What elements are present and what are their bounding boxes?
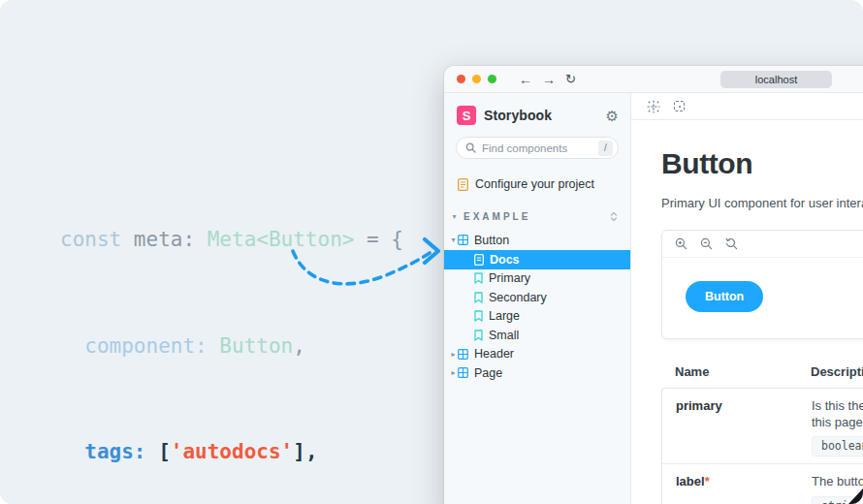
page-canvas: const meta: Meta<Button> = { component: … xyxy=(0,0,863,504)
storybook-logo: S xyxy=(457,106,476,125)
search-input[interactable]: Find components / xyxy=(456,137,619,159)
preview-body: Button xyxy=(662,258,863,338)
story-preview-card: Button xyxy=(661,230,863,339)
zoom-in-icon[interactable] xyxy=(675,237,687,250)
maximize-window-button[interactable] xyxy=(488,75,496,83)
search-icon xyxy=(465,142,476,153)
tree-item-label: Header xyxy=(474,347,514,361)
tree-item-label: Docs xyxy=(490,253,520,267)
tree-item-label: Primary xyxy=(489,271,530,285)
args-table: primary Is this the principal call to ac… xyxy=(661,388,863,504)
component-description: Primary UI component for user interactio… xyxy=(661,196,863,210)
chevron-right-icon[interactable]: ▸ xyxy=(449,368,458,377)
sidebar-section-example[interactable]: ▾ EXAMPLE xyxy=(444,211,630,222)
brand-row: S Storybook ⚙ xyxy=(444,93,630,125)
tree-item-label: Secondary xyxy=(489,291,547,304)
component-tree: ▾ Button xyxy=(444,231,630,383)
settings-gear-icon[interactable]: ⚙ xyxy=(606,109,619,123)
component-grid-icon xyxy=(458,235,468,245)
args-table-header: Name Description xyxy=(661,364,863,379)
tree-item-page[interactable]: ▸ Page xyxy=(444,363,630,383)
zoom-reset-icon[interactable] xyxy=(725,237,738,250)
docs-pane: Button Primary UI component for user int… xyxy=(631,93,863,504)
required-marker: * xyxy=(705,474,710,488)
reload-button[interactable]: ↻ xyxy=(565,72,576,86)
story-bookmark-icon xyxy=(474,330,483,341)
zoom-out-icon[interactable] xyxy=(700,237,713,250)
sidebar-item-label: Configure your project xyxy=(475,177,594,191)
column-header-description: Description xyxy=(811,364,863,379)
tree-item-button[interactable]: ▾ Button xyxy=(444,231,630,250)
code-line-tags: tags: ['autodocs'], xyxy=(60,434,416,470)
traffic-lights xyxy=(457,75,503,83)
address-bar[interactable]: localhost xyxy=(720,71,832,88)
table-row: primary Is this the principal call to ac… xyxy=(662,389,863,463)
column-header-name: Name xyxy=(675,364,811,379)
storybook-sidebar: S Storybook ⚙ Find components / xyxy=(444,93,631,504)
docs-page-icon xyxy=(474,254,484,266)
search-placeholder: Find components xyxy=(482,142,567,154)
tree-item-label: Small xyxy=(489,329,519,342)
browser-window: ← → ↻ localhost S Storybook ⚙ xyxy=(444,66,863,504)
button-component-preview[interactable]: Button xyxy=(686,281,763,312)
canvas-toolbar xyxy=(631,93,863,120)
chevron-right-icon[interactable]: ▸ xyxy=(449,350,458,359)
tree-item-large[interactable]: Large xyxy=(444,307,630,327)
grid-toggle-icon[interactable] xyxy=(647,100,660,113)
preview-toolbar xyxy=(662,231,863,258)
arg-description: Is this the principal call to action on … xyxy=(812,398,863,430)
component-grid-icon xyxy=(458,349,468,360)
collapse-expand-icon[interactable] xyxy=(610,211,618,222)
table-row: label* The button label string xyxy=(662,463,863,504)
tree-item-docs-selected[interactable]: Docs xyxy=(444,250,630,269)
brand-title: Storybook xyxy=(484,108,552,123)
tree-item-small[interactable]: Small xyxy=(444,326,630,345)
arg-type-chip: boolean xyxy=(812,436,863,457)
sidebar-item-configure[interactable]: Configure your project xyxy=(444,177,630,191)
chevron-down-icon[interactable]: ▾ xyxy=(449,236,458,244)
close-window-button[interactable] xyxy=(457,75,465,83)
section-label: EXAMPLE xyxy=(463,211,530,222)
arg-details: Is this the principal call to action on … xyxy=(812,398,863,457)
story-bookmark-icon xyxy=(474,292,483,303)
arg-name: primary xyxy=(676,398,812,457)
tree-item-label: Page xyxy=(474,366,502,380)
story-bookmark-icon xyxy=(474,310,483,322)
chevron-down-icon: ▾ xyxy=(450,212,459,221)
component-grid-icon xyxy=(458,367,468,378)
docs-content: Button Primary UI component for user int… xyxy=(631,120,863,504)
mouse-cursor xyxy=(848,488,863,504)
tree-item-header[interactable]: ▸ Header xyxy=(444,345,630,364)
tree-item-primary[interactable]: Primary xyxy=(444,269,630,289)
tree-item-secondary[interactable]: Secondary xyxy=(444,288,630,307)
outline-toggle-icon[interactable] xyxy=(674,101,685,111)
forward-button[interactable]: → xyxy=(542,72,556,87)
document-icon xyxy=(458,178,468,191)
code-line: const meta: Meta<Button> = { xyxy=(60,222,416,258)
shortcut-key: / xyxy=(598,141,613,156)
tree-item-label: Button xyxy=(474,234,509,247)
story-bookmark-icon xyxy=(474,272,483,284)
minimize-window-button[interactable] xyxy=(472,75,481,83)
arg-name: label* xyxy=(676,474,812,504)
tree-item-label: Large xyxy=(489,309,520,323)
back-button[interactable]: ← xyxy=(519,72,532,87)
code-snippet: const meta: Meta<Button> = { component: … xyxy=(60,151,416,504)
page-title: Button xyxy=(661,147,863,180)
browser-titlebar: ← → ↻ localhost xyxy=(444,66,863,93)
code-line: component: Button, xyxy=(60,329,416,364)
